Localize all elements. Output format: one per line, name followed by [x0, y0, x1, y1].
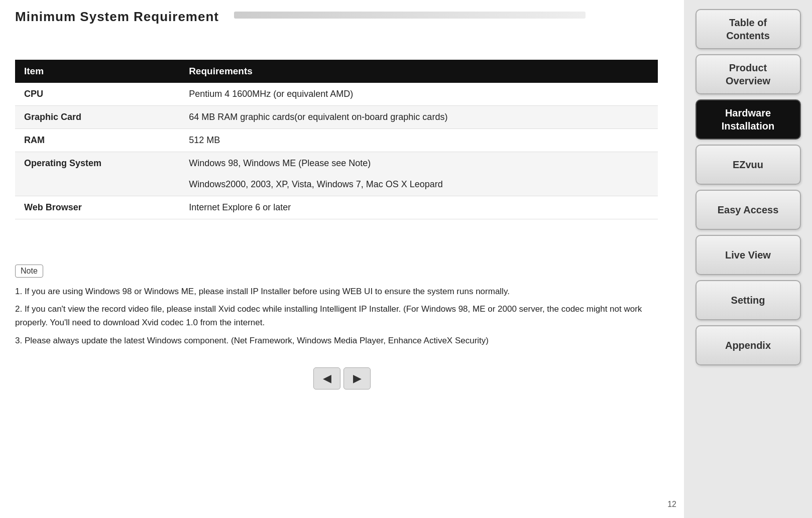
table-row: Web BrowserInternet Explore 6 or later [15, 196, 658, 219]
table-cell-item: Graphic Card [15, 106, 180, 129]
table-cell-requirements: Pentium 4 1600MHz (or equivalent AMD) [180, 83, 658, 106]
table-cell-requirements: 64 MB RAM graphic cards(or equivalent on… [180, 106, 658, 129]
sidebar-btn-ezvuu[interactable]: EZvuu [695, 145, 801, 185]
table-row: CPUPentium 4 1600MHz (or equivalent AMD) [15, 83, 658, 106]
title-bar-decoration [234, 12, 586, 19]
table-cell-requirements: Windows 98, Windows ME (Please see Note)… [180, 152, 658, 196]
table-cell-item: Web Browser [15, 196, 180, 219]
sidebar-btn-appendix[interactable]: Appendix [695, 325, 801, 365]
table-row: RAM512 MB [15, 129, 658, 152]
sidebar-btn-setting[interactable]: Setting [695, 280, 801, 320]
col-header-item: Item [15, 60, 180, 83]
table-cell-item: Operating System [15, 152, 180, 196]
note-line: 1. If you are using Windows 98 or Window… [15, 285, 643, 298]
next-button[interactable]: ▶ [343, 367, 371, 390]
page-number: 12 [667, 500, 676, 509]
main-content: Minimum System Requirement Item Requirem… [0, 0, 684, 518]
navigation-buttons: ◀ ▶ [15, 367, 669, 390]
sidebar-btn-hardware-installation[interactable]: HardwareInstallation [695, 99, 801, 140]
table-cell-item: CPU [15, 83, 180, 106]
note-label: Note [15, 265, 43, 278]
table-cell-requirements: 512 MB [180, 129, 658, 152]
sidebar-btn-product-overview[interactable]: ProductOverview [695, 54, 801, 94]
table-cell-item: RAM [15, 129, 180, 152]
page-title: Minimum System Requirement [15, 0, 219, 30]
prev-button[interactable]: ◀ [313, 367, 340, 390]
table-row: Operating SystemWindows 98, Windows ME (… [15, 152, 658, 196]
note-section: Note 1. If you are using Windows 98 or W… [15, 239, 669, 347]
sidebar: Table ofContentsProductOverviewHardwareI… [684, 0, 812, 518]
note-text: 1. If you are using Windows 98 or Window… [15, 285, 643, 347]
sidebar-btn-live-view[interactable]: Live View [695, 235, 801, 275]
requirements-table: Item Requirements CPUPentium 4 1600MHz (… [15, 60, 658, 219]
table-cell-requirements: Internet Explore 6 or later [180, 196, 658, 219]
col-header-requirements: Requirements [180, 60, 658, 83]
sidebar-btn-table-of-contents[interactable]: Table ofContents [695, 9, 801, 49]
note-line: 2. If you can't view the record video fi… [15, 302, 643, 329]
table-row: Graphic Card64 MB RAM graphic cards(or e… [15, 106, 658, 129]
requirements-table-container: Item Requirements CPUPentium 4 1600MHz (… [15, 60, 658, 219]
note-line: 3. Please always update the latest Windo… [15, 334, 643, 347]
sidebar-btn-easy-access[interactable]: Easy Access [695, 190, 801, 230]
